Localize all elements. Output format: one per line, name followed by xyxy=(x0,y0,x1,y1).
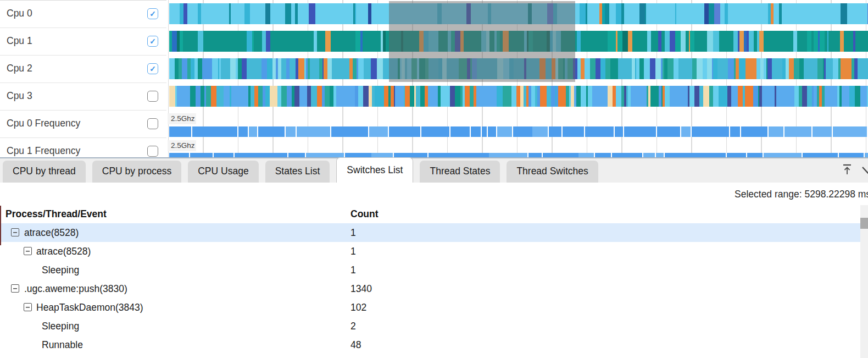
collapse-top-icon[interactable] xyxy=(842,163,853,175)
column-header-count[interactable]: Count xyxy=(350,208,379,220)
switches-table: atrace(8528)1atrace(8528)1Sleeping1.ugc.… xyxy=(0,223,860,354)
cpu3-track[interactable] xyxy=(169,86,868,107)
row-label: Sleeping xyxy=(42,265,79,276)
track-checkbox[interactable]: ✓ xyxy=(147,8,158,19)
cpu0-frequency-track[interactable] xyxy=(169,126,868,137)
row-label: Runnable xyxy=(42,339,83,351)
table-row[interactable]: Runnable48 xyxy=(0,335,860,354)
sidebar-row-cpu-0: Cpu 0✓ xyxy=(0,1,166,28)
left-edge-marker xyxy=(0,206,1,245)
switches-list-panel: Selected range: 5298.22298 ms Process/Th… xyxy=(0,183,868,358)
track-label: Cpu 1 xyxy=(7,35,32,47)
tab-thread-states[interactable]: Thread States xyxy=(420,161,500,183)
tab-cpu-usage[interactable]: CPU Usage xyxy=(188,161,258,183)
row-count: 1340 xyxy=(350,283,372,295)
track-checkbox[interactable] xyxy=(147,146,158,157)
table-row[interactable]: HeapTaskDaemon(3843)102 xyxy=(0,298,860,317)
table-header: Process/Thread/Event Count xyxy=(0,208,860,223)
selected-range-text: Selected range: 5298.22298 ms xyxy=(735,189,868,200)
tab-cpu-by-thread[interactable]: CPU by thread xyxy=(3,161,86,183)
time-selection-overlay[interactable] xyxy=(389,1,575,82)
tabs-container: CPU by threadCPU by processCPU UsageStat… xyxy=(3,157,598,183)
sidebar-row-cpu-1-frequency: Cpu 1 Frequency xyxy=(0,138,166,157)
cpu1-frequency-track[interactable] xyxy=(169,153,868,157)
sidebar-row-cpu-2: Cpu 2✓ xyxy=(0,56,166,83)
track-label: Cpu 3 xyxy=(7,90,32,102)
tab-states-list[interactable]: States List xyxy=(265,161,330,183)
row-count: 2 xyxy=(350,321,356,332)
trace-viewer-window: Cpu 0✓Cpu 1✓Cpu 2✓Cpu 3Cpu 0 FrequencyCp… xyxy=(0,0,868,358)
sidebar-row-cpu-1: Cpu 1✓ xyxy=(0,28,166,56)
column-header-process[interactable]: Process/Thread/Event xyxy=(5,208,107,220)
collapse-icon[interactable] xyxy=(24,247,32,255)
row-count: 1 xyxy=(350,246,356,257)
row-label: .ugc.aweme:push(3830) xyxy=(24,283,127,295)
track-checkbox[interactable]: ✓ xyxy=(147,36,158,47)
results-tab-bar: CPU by threadCPU by processCPU UsageStat… xyxy=(0,157,868,183)
track-checkbox[interactable]: ✓ xyxy=(147,63,158,74)
row-label: atrace(8528) xyxy=(36,246,91,257)
track-label: Cpu 1 Frequency xyxy=(7,145,80,157)
row-count: 48 xyxy=(350,339,361,351)
track-label: Cpu 0 xyxy=(7,8,32,19)
frequency-value-label: 2.5Ghz xyxy=(168,113,196,124)
track-label: Cpu 2 xyxy=(7,63,32,74)
track-checkbox[interactable] xyxy=(147,118,158,129)
tab-thread-switches[interactable]: Thread Switches xyxy=(507,161,598,183)
table-row[interactable]: Sleeping2 xyxy=(0,317,860,335)
frequency-value-label: 2.5Ghz xyxy=(168,140,196,151)
scrollbar-thumb[interactable] xyxy=(860,218,868,229)
sidebar-row-cpu-0-frequency: Cpu 0 Frequency xyxy=(0,111,166,138)
table-row[interactable]: atrace(8528)1 xyxy=(0,242,860,261)
tab-cpu-by-process[interactable]: CPU by process xyxy=(92,161,181,183)
table-row[interactable]: atrace(8528)1 xyxy=(0,223,860,242)
track-label: Cpu 0 Frequency xyxy=(7,118,80,129)
row-label: atrace(8528) xyxy=(24,227,79,239)
row-count: 1 xyxy=(350,265,356,276)
row-label: HeapTaskDaemon(3843) xyxy=(36,302,143,313)
collapse-icon[interactable] xyxy=(11,284,19,293)
track-checkbox[interactable] xyxy=(147,91,158,102)
track-list-sidebar: Cpu 0✓Cpu 1✓Cpu 2✓Cpu 3Cpu 0 FrequencyCp… xyxy=(0,0,166,157)
row-label: Sleeping xyxy=(42,321,79,332)
tab-switches-list[interactable]: Switches List xyxy=(336,157,413,183)
vertical-scrollbar[interactable] xyxy=(860,205,868,358)
sidebar-row-cpu-3: Cpu 3 xyxy=(0,83,166,111)
row-count: 102 xyxy=(350,302,366,313)
collapse-icon[interactable] xyxy=(11,228,19,236)
table-row[interactable]: .ugc.aweme:push(3830)1340 xyxy=(0,279,860,298)
table-row[interactable]: Sleeping1 xyxy=(0,261,860,279)
row-count: 1 xyxy=(350,227,356,239)
tabbar-icon-group xyxy=(835,162,868,180)
chevron-down-icon[interactable] xyxy=(861,164,868,178)
cpu-track-panel: Cpu 0✓Cpu 1✓Cpu 2✓Cpu 3Cpu 0 FrequencyCp… xyxy=(0,0,868,157)
collapse-icon[interactable] xyxy=(24,303,32,311)
